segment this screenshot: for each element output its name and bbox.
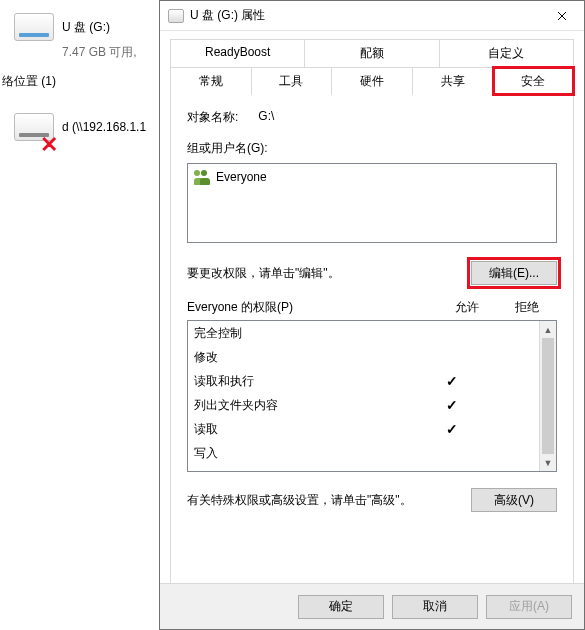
advanced-button[interactable]: 高级(V) (471, 488, 557, 512)
permissions-scroll-area: 完全控制修改读取和执行列出文件夹内容读取写入 (188, 321, 539, 471)
tab-quota[interactable]: 配额 (305, 39, 439, 67)
permission-allow (425, 373, 479, 389)
ok-button[interactable]: 确定 (298, 595, 384, 619)
edit-hint: 要更改权限，请单击"编辑"。 (187, 265, 340, 282)
section-label: 络位置 (1) (0, 61, 159, 94)
tab-custom[interactable]: 自定义 (440, 39, 574, 67)
permission-name: 完全控制 (194, 325, 425, 342)
cancel-button[interactable]: 取消 (392, 595, 478, 619)
properties-dialog: U 盘 (G:) 属性 ReadyBoost 配额 自定义 常规 工具 硬件 共… (159, 0, 585, 630)
drive-label: U 盘 (G:) (62, 19, 110, 36)
scroll-track[interactable] (540, 338, 556, 454)
network-drive-label: d (\\192.168.1.1 (62, 120, 146, 134)
list-item-label: Everyone (216, 170, 267, 184)
permission-row: 修改 (188, 345, 539, 369)
permissions-allow-header: 允许 (437, 299, 497, 316)
scroll-up-button[interactable]: ▲ (540, 321, 556, 338)
users-icon (194, 169, 210, 185)
tab-hardware[interactable]: 硬件 (332, 67, 413, 95)
tab-readyboost[interactable]: ReadyBoost (170, 39, 305, 67)
tab-sharing[interactable]: 共享 (413, 67, 494, 95)
titlebar-drive-icon (168, 9, 184, 23)
permission-row: 写入 (188, 441, 539, 465)
close-icon (557, 11, 567, 21)
tabs-row-1: ReadyBoost 配额 自定义 (170, 39, 574, 67)
permissions-listbox: 完全控制修改读取和执行列出文件夹内容读取写入 ▲ ▼ (187, 320, 557, 472)
scroll-down-button[interactable]: ▼ (540, 454, 556, 471)
object-name-label: 对象名称: (187, 109, 238, 126)
tabs-container: ReadyBoost 配额 自定义 常规 工具 硬件 共享 安全 对象名称: G… (160, 31, 584, 605)
drive-item[interactable]: U 盘 (G:) (0, 0, 159, 48)
permission-allow (425, 421, 479, 437)
list-item[interactable]: Everyone (192, 168, 552, 186)
permission-name: 修改 (194, 349, 425, 366)
permission-row: 读取和执行 (188, 369, 539, 393)
permission-row: 完全控制 (188, 321, 539, 345)
permission-name: 写入 (194, 445, 425, 462)
titlebar: U 盘 (G:) 属性 (160, 1, 584, 31)
object-name-value: G:\ (258, 109, 274, 126)
permission-name: 列出文件夹内容 (194, 397, 425, 414)
permission-name: 读取和执行 (194, 373, 425, 390)
drive-sublabel: 7.47 GB 可用, (62, 44, 159, 61)
dialog-title: U 盘 (G:) 属性 (190, 7, 539, 24)
tab-general[interactable]: 常规 (170, 67, 252, 95)
scroll-thumb[interactable] (542, 338, 554, 454)
edit-button[interactable]: 编辑(E)... (471, 261, 557, 285)
disconnected-icon: ✕ (40, 132, 58, 158)
scrollbar[interactable]: ▲ ▼ (539, 321, 556, 471)
tab-tools[interactable]: 工具 (252, 67, 333, 95)
permissions-deny-header: 拒绝 (497, 299, 557, 316)
permission-name: 读取 (194, 421, 425, 438)
explorer-pane: U 盘 (G:) 7.47 GB 可用, 络位置 (1) d (\\192.16… (0, 0, 159, 630)
apply-button[interactable]: 应用(A) (486, 595, 572, 619)
permission-allow (425, 397, 479, 413)
permissions-header-label: Everyone 的权限(P) (187, 299, 437, 316)
tab-security[interactable]: 安全 (493, 67, 574, 95)
network-drive-item[interactable]: d (\\192.168.1.1 (0, 100, 159, 148)
permission-row: 列出文件夹内容 (188, 393, 539, 417)
groups-label: 组或用户名(G): (187, 140, 557, 157)
close-button[interactable] (539, 1, 584, 30)
dialog-footer: 确定 取消 应用(A) (160, 583, 584, 629)
drive-icon (14, 13, 54, 41)
tabs-row-2: 常规 工具 硬件 共享 安全 (170, 67, 574, 95)
groups-listbox[interactable]: Everyone (187, 163, 557, 243)
advanced-hint: 有关特殊权限或高级设置，请单击"高级"。 (187, 492, 412, 509)
tab-panel-security: 对象名称: G:\ 组或用户名(G): Everyone 要更改权限，请单击"编… (170, 95, 574, 605)
permission-row: 读取 (188, 417, 539, 441)
